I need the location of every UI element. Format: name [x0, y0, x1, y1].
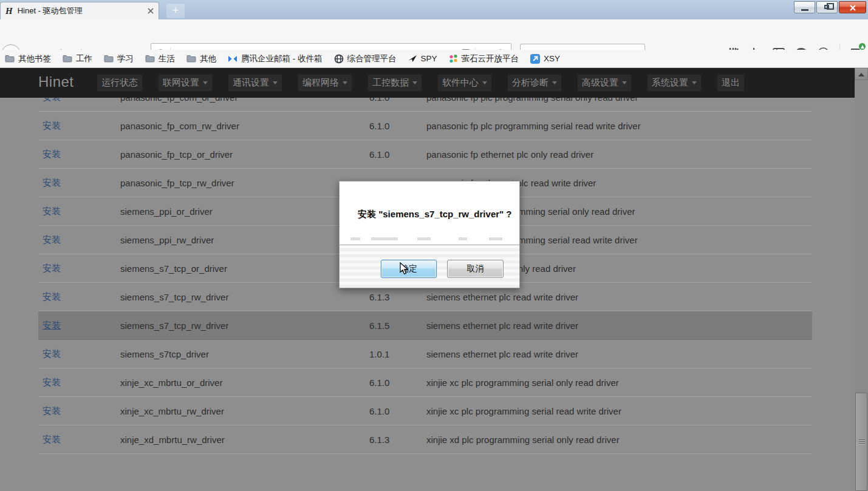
driver-version: 6.1.0 [369, 98, 426, 103]
new-tab-button[interactable]: + [166, 4, 185, 18]
plane-icon [408, 55, 417, 63]
driver-name: panasonic_fp_tcp_rw_driver [120, 178, 369, 188]
driver-version: 6.1.3 [369, 292, 426, 302]
install-link[interactable]: 安装 [38, 206, 120, 217]
driver-description: xinjie xc plc programming serial read wr… [426, 406, 812, 416]
driver-description: siemens ethernet plc read write driver [426, 349, 812, 359]
driver-description: panasonic fp plc programming serial read… [426, 121, 812, 131]
driver-name: siemens_s7_tcp_or_driver [120, 263, 369, 274]
install-link[interactable]: 安装 [38, 377, 120, 388]
driver-name: xinje_xd_mbrtu_rw_driver [120, 435, 369, 445]
tencent-exmail-icon [228, 55, 238, 63]
bookmark-xsy[interactable]: XSY [530, 54, 560, 64]
ezviz-dots-icon [449, 54, 458, 63]
nav-item-label: 联网设置 [163, 77, 199, 89]
install-link[interactable]: 安装 [38, 434, 120, 445]
bookmark-folder-misc[interactable]: 其他 [186, 53, 216, 64]
driver-name: siemens_s7tcp_driver [120, 349, 369, 359]
driver-description: panasonic fp plc programming serial only… [426, 98, 812, 103]
install-link[interactable]: 安装 [38, 348, 120, 360]
tab-title: Hinet - 驱动包管理 [18, 5, 143, 16]
nav-item-1[interactable]: 运行状态 [97, 75, 142, 91]
bookmark-tencent-exmail[interactable]: 腾讯企业邮箱 - 收件箱 [228, 53, 323, 64]
table-row: 安装xinje_xc_mbrtu_or_driver6.1.0xinjie xc… [38, 368, 812, 397]
nav-item-8[interactable]: 高级设置 [578, 75, 631, 91]
install-link[interactable]: 安装 [38, 405, 120, 417]
nav-item-label: 系统设置 [652, 77, 688, 89]
nav-item-2[interactable]: 联网设置 [159, 75, 212, 91]
install-link[interactable]: 安装 [38, 263, 120, 274]
driver-version: 6.1.0 [369, 406, 426, 416]
install-link[interactable]: 安装 [38, 120, 120, 132]
bookmark-folder-other[interactable]: 其他书签 [5, 53, 51, 64]
bookmark-folder-study[interactable]: 学习 [104, 53, 134, 64]
chevron-down-icon [343, 81, 347, 84]
table-row: 安装xinje_xc_mbrtu_rw_driver6.1.0xinjie xc… [38, 397, 812, 425]
driver-version: 6.1.0 [369, 378, 426, 388]
site-nav: Hinet 运行状态联网设置通讯设置编程网络工控数据软件中心分析诊断高级设置系统… [0, 68, 855, 98]
window-minimize-button[interactable] [794, 1, 815, 13]
driver-version: 6.1.5 [369, 320, 426, 331]
install-link[interactable]: 安装 [38, 177, 120, 189]
bookmark-mgmt-platform[interactable]: 综合管理平台 [334, 53, 397, 64]
window-controls [794, 1, 866, 13]
bookmark-spy[interactable]: SPY [408, 54, 437, 63]
nav-item-3[interactable]: 通讯设置 [228, 75, 282, 91]
site-logo: Hinet [38, 73, 74, 90]
bookmark-ezviz[interactable]: 萤石云开放平台 [449, 53, 519, 64]
driver-name: siemens_ppi_rw_driver [120, 235, 369, 245]
scroll-up-arrow-icon[interactable] [855, 68, 868, 80]
browser-toolbar: 192.168.9.99/cgi-bin/luci/;stok=489fe39e… [0, 19, 868, 50]
table-row: 安装panasonic_fp_com_or_driver6.1.0panason… [38, 98, 812, 112]
scrollbar-thumb[interactable] [855, 393, 867, 491]
tab-close-icon[interactable] [148, 8, 154, 14]
driver-version: 6.1.3 [369, 435, 426, 445]
install-link[interactable]: 安装 [38, 320, 120, 331]
nav-item-label: 高级设置 [582, 77, 618, 89]
nav-item-6[interactable]: 软件中心 [438, 75, 491, 91]
cancel-button[interactable]: 取消 [447, 260, 504, 278]
driver-name: panasonic_fp_com_rw_driver [120, 121, 369, 131]
nav-item-label: 通讯设置 [233, 77, 269, 89]
install-link[interactable]: 安装 [38, 291, 120, 303]
bookmarks-bar: 其他书签 工作 学习 生活 其他 腾讯企业邮箱 - 收件箱 综合管理平台 SPY… [0, 50, 868, 68]
driver-description: siemens ethernet plc read write driver [426, 292, 812, 302]
nav-item-10[interactable]: 退出 [717, 75, 744, 91]
install-confirm-dialog: 安装 "siemens_s7_tcp_rw_driver" ? 确定 取消 [339, 181, 520, 288]
install-link[interactable]: 安装 [38, 234, 120, 246]
chevron-down-icon [482, 81, 487, 84]
site-favicon-icon: H [5, 6, 13, 16]
install-link[interactable]: 安装 [38, 149, 120, 160]
nav-item-label: 工控数据 [372, 77, 409, 89]
dialog-message: 安装 "siemens_s7_tcp_rw_driver" ? [358, 209, 512, 220]
driver-description: xinjie xd plc programming serial only re… [426, 435, 812, 445]
table-row: 安装xinje_xd_mbrtu_rw_driver6.1.3xinjie xd… [38, 425, 812, 454]
driver-description: siemens ethernet plc read write driver [426, 320, 812, 331]
driver-name: siemens_ppi_or_driver [120, 206, 369, 217]
nav-item-label: 运行状态 [101, 77, 138, 89]
browser-tab[interactable]: H Hinet - 驱动包管理 [0, 2, 159, 19]
vertical-scrollbar[interactable] [855, 68, 868, 491]
nav-item-5[interactable]: 工控数据 [368, 75, 422, 91]
nav-item-label: 退出 [722, 77, 740, 89]
window-close-button[interactable] [839, 1, 866, 13]
bookmark-folder-work[interactable]: 工作 [63, 53, 92, 64]
nav-item-label: 编程网络 [302, 77, 339, 89]
nav-item-7[interactable]: 分析诊断 [508, 75, 561, 91]
arrow-up-right-square-icon [530, 54, 540, 64]
nav-item-9[interactable]: 系统设置 [648, 75, 701, 91]
driver-name: xinje_xc_mbrtu_rw_driver [120, 406, 369, 416]
nav-item-4[interactable]: 编程网络 [298, 75, 352, 91]
table-row: 安装panasonic_fp_com_rw_driver6.1.0panason… [38, 112, 812, 140]
bookmark-folder-life[interactable]: 生活 [145, 53, 175, 64]
confirm-button[interactable]: 确定 [381, 260, 437, 278]
driver-description: xinjie xc plc programming serial only re… [426, 378, 812, 388]
install-link[interactable]: 安装 [38, 98, 120, 103]
chevron-down-icon [203, 81, 208, 84]
globe-icon [334, 54, 344, 64]
driver-description: panasonic fp ethernet plc only read driv… [426, 149, 812, 160]
mouse-cursor [400, 262, 409, 275]
window-restore-button[interactable] [816, 1, 838, 13]
chevron-down-icon [552, 81, 557, 84]
nav-item-label: 软件中心 [442, 77, 479, 89]
